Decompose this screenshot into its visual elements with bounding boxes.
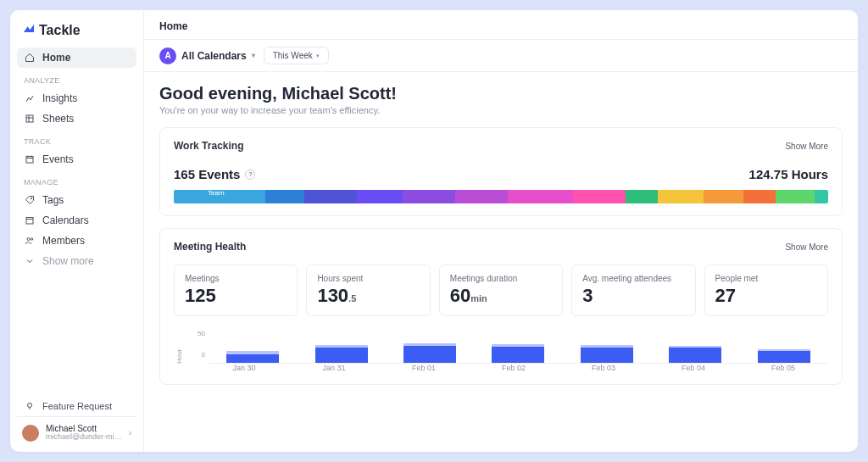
- chart-bar[interactable]: [576, 345, 637, 363]
- events-count: 165 Events ?: [174, 167, 255, 181]
- calendar-selector[interactable]: A All Calendars ▾: [159, 47, 255, 64]
- sidebar-item-show-more[interactable]: Show more: [17, 251, 136, 271]
- chevron-down-icon: ▾: [252, 52, 255, 59]
- chevron-down-icon: ▾: [316, 53, 320, 59]
- calendar-badge: A: [159, 47, 176, 64]
- sidebar-item-label: Show more: [42, 255, 94, 267]
- metric-label: Meetings duration: [450, 274, 552, 283]
- sidebar-item-label: Tags: [42, 194, 64, 206]
- sidebar-item-label: Sheets: [42, 113, 74, 125]
- metric-meetings-duration: Meetings duration60min: [439, 264, 563, 316]
- brand-logo: Tackle: [17, 19, 136, 47]
- brand-name: Tackle: [39, 23, 81, 38]
- sidebar-item-label: Members: [42, 235, 85, 247]
- sidebar-item-sheets[interactable]: Sheets: [17, 109, 136, 129]
- tracking-segment[interactable]: [573, 190, 626, 203]
- sidebar-item-events[interactable]: Events: [17, 149, 136, 170]
- work-tracking-show-more[interactable]: Show More: [785, 142, 828, 151]
- bulb-icon: [24, 401, 36, 411]
- nav-group-label: ANALYZE: [17, 68, 136, 88]
- calendar-selector-label: All Calendars: [181, 50, 247, 62]
- metric-label: Avg. meeting attendees: [582, 274, 684, 283]
- user-email: michael@dunder-miff…: [46, 433, 122, 442]
- sidebar-item-tags[interactable]: Tags: [17, 190, 136, 210]
- feature-request-label: Feature Request: [42, 401, 112, 411]
- home-icon: [24, 53, 36, 63]
- metric-avg-meeting-attendees: Avg. meeting attendees3: [571, 264, 695, 316]
- tracking-segment[interactable]: [743, 190, 776, 203]
- hours-count: 124.75 Hours: [749, 167, 828, 181]
- metric-label: Hours spent: [317, 274, 419, 283]
- chart-y-label: Hour: [174, 330, 183, 364]
- sidebar-item-calendars[interactable]: Calendars: [17, 210, 136, 231]
- sidebar-item-label: Events: [42, 153, 74, 165]
- metric-value: 27: [715, 285, 817, 307]
- tracking-segment[interactable]: [265, 190, 304, 203]
- tracking-segment[interactable]: [776, 190, 815, 203]
- sidebar-item-label: Calendars: [42, 214, 89, 226]
- svg-rect-3: [26, 218, 33, 225]
- metric-label: People met: [715, 274, 817, 283]
- meeting-health-title: Meeting Health: [174, 241, 246, 253]
- feature-request-link[interactable]: Feature Request: [17, 396, 136, 416]
- calendars-icon: [24, 215, 36, 225]
- tags-icon: [24, 195, 36, 205]
- work-tracking-card: Work Tracking Show More 165 Events ? 124…: [159, 127, 843, 216]
- sidebar-item-label: Insights: [42, 92, 77, 104]
- date-range-label: This Week: [273, 51, 313, 60]
- date-range-selector[interactable]: This Week ▾: [264, 47, 329, 64]
- show-more-icon: [24, 256, 36, 266]
- tracking-segment[interactable]: [304, 190, 357, 203]
- chart-x-tick: Feb 03: [573, 364, 634, 372]
- svg-point-2: [31, 198, 32, 199]
- svg-point-4: [27, 238, 30, 241]
- svg-rect-0: [26, 115, 33, 122]
- chart-bar[interactable]: [399, 343, 460, 363]
- metric-value: 60min: [450, 285, 552, 307]
- tracking-segment[interactable]: [508, 190, 573, 203]
- sheets-icon: [24, 114, 36, 124]
- chevron-right-icon: ›: [129, 428, 131, 437]
- sidebar-item-home[interactable]: Home: [17, 47, 136, 68]
- chart-x-tick: Feb 05: [753, 364, 814, 372]
- sidebar-item-insights[interactable]: Insights: [17, 88, 136, 109]
- tracking-segment[interactable]: [704, 190, 743, 203]
- tracking-segment[interactable]: [658, 190, 704, 203]
- tracking-segment[interactable]: [626, 190, 659, 203]
- chart-bar[interactable]: [311, 345, 372, 363]
- metric-value: 3: [582, 285, 684, 307]
- insights-icon: [24, 93, 36, 103]
- metric-value: 125: [185, 285, 287, 307]
- nav-group-label: MANAGE: [17, 170, 136, 190]
- metric-people-met: People met27: [704, 264, 828, 316]
- meeting-health-chart: Hour 50 0: [174, 330, 828, 364]
- page-title: Good evening, Michael Scott!: [159, 84, 843, 103]
- filter-bar: A All Calendars ▾ This Week ▾: [144, 40, 858, 72]
- chart-x-tick: Feb 02: [483, 364, 544, 372]
- chart-bar[interactable]: [487, 344, 548, 363]
- meeting-health-show-more[interactable]: Show More: [785, 242, 828, 252]
- chart-x-tick: Jan 31: [303, 364, 364, 372]
- members-icon: [24, 236, 36, 246]
- metric-label: Meetings: [185, 274, 287, 283]
- sidebar-item-members[interactable]: Members: [17, 231, 136, 251]
- tracking-segment[interactable]: [357, 190, 403, 203]
- tracking-segment[interactable]: [403, 190, 455, 203]
- chart-x-tick: Feb 04: [663, 364, 724, 372]
- breadcrumb: Home: [144, 10, 858, 40]
- chart-bar[interactable]: [222, 351, 283, 363]
- user-menu[interactable]: Michael Scott michael@dunder-miff… ›: [17, 416, 136, 443]
- brand-mark-icon: [22, 22, 36, 39]
- chart-x-axis: Jan 30Jan 31Feb 01Feb 02Feb 03Feb 04Feb …: [199, 364, 828, 372]
- info-icon[interactable]: ?: [245, 170, 255, 180]
- breadcrumb-label: Home: [159, 20, 187, 32]
- tracking-segment[interactable]: [815, 190, 827, 203]
- chart-bar[interactable]: [754, 349, 815, 363]
- nav-group-label: TRACK: [17, 129, 136, 149]
- page-subtitle: You're on your way to increase your team…: [159, 105, 843, 115]
- avatar: [22, 425, 39, 442]
- chart-bar[interactable]: [665, 346, 726, 363]
- svg-point-6: [28, 404, 32, 408]
- sidebar-item-label: Home: [42, 52, 70, 64]
- tracking-segment[interactable]: [455, 190, 508, 203]
